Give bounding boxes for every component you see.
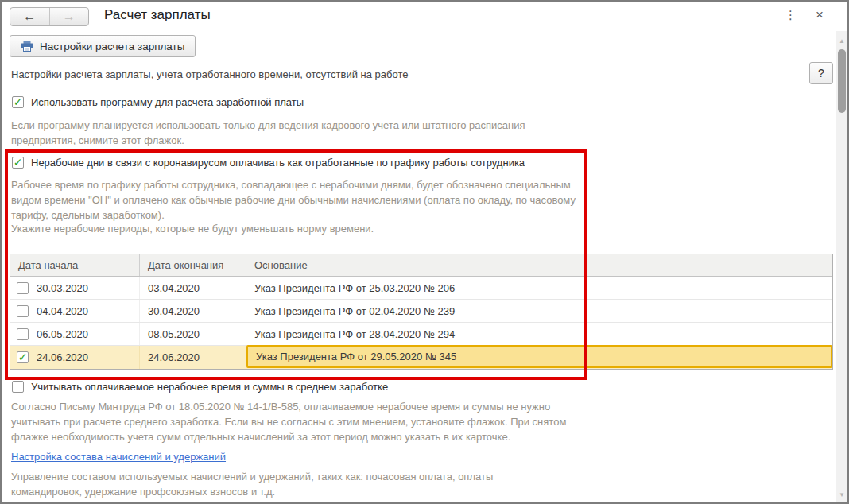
checkbox-use-program-label: Использовать программу для расчета зараб… — [31, 96, 304, 108]
table-row-selected[interactable]: ✓ 24.06.2020 24.06.2020 Указ Президента … — [10, 346, 832, 369]
checkbox-covid-days-label: Нерабочие дни в связи с коронавирусом оп… — [31, 157, 525, 169]
basis-cell: Указ Президента РФ от 25.03.2020 № 206 — [246, 277, 832, 299]
settings-description: Настройки расчета зарплаты, учета отрабо… — [11, 68, 408, 80]
start-date-cell: 04.04.2020 — [37, 305, 88, 317]
end-date-cell: 30.04.2020 — [140, 300, 246, 322]
column-header-start-date[interactable]: Дата начала — [10, 254, 140, 276]
column-header-end-date[interactable]: Дата окончания — [140, 254, 246, 276]
nonworking-periods-table: Дата начала Дата окончания Основание 30.… — [10, 254, 833, 370]
checkbox-average-earnings-label: Учитывать оплачиваемое нерабочее время и… — [31, 381, 388, 393]
checkbox-use-program-box[interactable]: ✓ — [12, 96, 24, 108]
check-icon: ✓ — [14, 157, 23, 168]
row-checkbox[interactable] — [17, 305, 29, 317]
end-date-cell: 24.06.2020 — [140, 346, 246, 369]
table-row[interactable]: 06.05.2020 08.05.2020 Указ Президента РФ… — [10, 323, 832, 346]
start-date-cell: 06.05.2020 — [37, 328, 88, 340]
checkbox-average-earnings[interactable]: Учитывать оплачиваемое нерабочее время и… — [12, 381, 388, 393]
titlebar-actions: ⋮ × — [781, 6, 827, 25]
periods-hint: Укажите нерабочие периоды, которые не бу… — [11, 221, 385, 236]
back-arrow-icon: ← — [23, 10, 36, 23]
row-checkbox[interactable] — [17, 282, 29, 294]
covid-hint: Рабочее время по графику работы сотрудни… — [11, 177, 577, 223]
nav-button-group: ← → — [10, 7, 89, 26]
table-row[interactable]: 30.03.2020 03.04.2020 Указ Президента РФ… — [10, 277, 832, 300]
check-icon: ✓ — [14, 96, 23, 107]
checkbox-covid-days-box[interactable]: ✓ — [12, 157, 24, 169]
titlebar: ← → Расчет зарплаты ⋮ × — [2, 2, 847, 30]
start-date-cell: 24.06.2020 — [37, 351, 88, 363]
checkbox-average-earnings-box[interactable] — [12, 381, 24, 393]
table-header-row: Дата начала Дата окончания Основание — [10, 254, 832, 277]
check-icon: ✓ — [18, 351, 28, 362]
basis-cell: Указ Президента РФ от 02.04.2020 № 239 — [246, 300, 832, 322]
more-icon: ⋮ — [785, 8, 797, 21]
accruals-settings-link[interactable]: Настройка состава начислений и удержаний — [11, 451, 226, 463]
row-checkbox[interactable]: ✓ — [17, 351, 29, 363]
forward-button[interactable]: → — [50, 8, 89, 25]
end-date-cell: 03.04.2020 — [140, 277, 246, 299]
vertical-scrollbar[interactable]: ▲ ▼ — [836, 31, 847, 502]
close-button[interactable]: × — [812, 6, 827, 25]
end-date-cell: 08.05.2020 — [140, 323, 246, 345]
table-row[interactable]: 04.04.2020 30.04.2020 Указ Президента РФ… — [10, 300, 832, 323]
basis-cell-active[interactable]: Указ Президента РФ от 29.05.2020 № 345 — [246, 345, 832, 368]
start-date-cell: 30.03.2020 — [37, 282, 88, 294]
more-menu-button[interactable]: ⋮ — [781, 6, 800, 24]
print-settings-label: Настройки расчета зарплаты — [40, 41, 184, 52]
scroll-down-icon[interactable]: ▼ — [836, 490, 847, 499]
column-header-basis[interactable]: Основание — [246, 254, 832, 276]
basis-cell: Указ Президента РФ от 28.04.2020 № 294 — [246, 323, 832, 345]
salary-settings-window: ← → Расчет зарплаты ⋮ × Н — [0, 0, 849, 504]
average-earnings-hint: Согласно Письму Минтруда РФ от 18.05.202… — [11, 399, 568, 444]
scrollbar-thumb[interactable] — [838, 49, 846, 113]
close-icon: × — [816, 7, 824, 22]
checkbox-covid-days[interactable]: ✓ Нерабочие дни в связи с коронавирусом … — [12, 157, 525, 169]
page-title: Расчет зарплаты — [104, 7, 211, 23]
checkbox-use-program[interactable]: ✓ Использовать программу для расчета зар… — [12, 96, 304, 108]
row-checkbox[interactable] — [17, 328, 29, 340]
forward-arrow-icon: → — [63, 10, 76, 23]
help-button[interactable]: ? — [809, 62, 833, 84]
back-button[interactable]: ← — [10, 8, 50, 25]
accruals-hint: Управление составом используемых начисле… — [11, 469, 532, 499]
print-settings-button[interactable]: Настройки расчета зарплаты — [10, 35, 196, 57]
scroll-up-icon[interactable]: ▲ — [836, 36, 847, 45]
printer-icon — [21, 41, 33, 52]
use-program-hint: Если программу планируется использовать … — [11, 118, 536, 148]
